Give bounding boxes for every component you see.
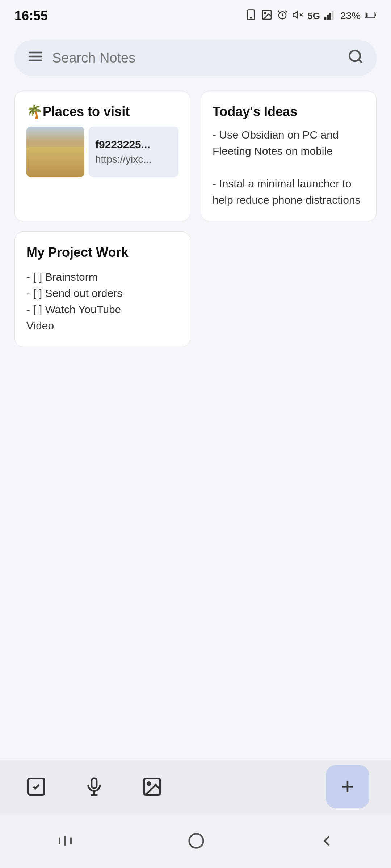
svg-rect-14 [375, 13, 376, 16]
places-link-info: f9223225... https://yixc... [89, 127, 178, 177]
svg-point-1 [251, 17, 252, 18]
new-task-button[interactable] [22, 772, 51, 801]
notes-grid: 🌴Places to visit f9223225... https://yix… [0, 84, 391, 354]
alarm-icon [277, 9, 288, 23]
note-title-project: My Project Work [26, 245, 178, 260]
svg-rect-15 [366, 12, 368, 17]
note-card-places[interactable]: 🌴Places to visit f9223225... https://yix… [14, 91, 190, 221]
voice-button[interactable] [80, 772, 109, 801]
svg-line-6 [286, 10, 287, 12]
svg-rect-10 [327, 15, 329, 20]
nav-bar [0, 814, 391, 868]
battery-icon [365, 10, 377, 22]
status-bar: 16:55 [0, 0, 391, 29]
desert-image [26, 127, 84, 177]
bottom-toolbar: + [0, 760, 391, 814]
note-title-ideas: Today's Ideas [213, 104, 365, 119]
mute-icon [292, 9, 303, 23]
svg-rect-30 [189, 834, 203, 848]
add-note-button[interactable]: + [326, 765, 369, 808]
places-thumbnail [26, 127, 84, 177]
link-url: https://yixc... [95, 154, 172, 165]
note-card-ideas[interactable]: Today's Ideas - Use Obsidian on PC and F… [201, 91, 377, 221]
5g-icon: 5G [307, 10, 320, 22]
note-card-project[interactable]: My Project Work - [ ] Brainstorm - [ ] S… [14, 231, 190, 347]
signal-icon [324, 10, 336, 22]
places-image-area: f9223225... https://yixc... [26, 127, 178, 177]
image-status-icon [261, 9, 273, 23]
add-icon: + [341, 775, 354, 798]
menu-icon[interactable] [28, 48, 43, 68]
home-button[interactable] [187, 831, 206, 850]
note-body-ideas: - Use Obsidian on PC and Fleeting Notes … [213, 127, 365, 208]
back-button[interactable] [319, 833, 335, 849]
search-bar[interactable] [14, 40, 377, 76]
search-container [0, 29, 391, 84]
svg-rect-12 [332, 11, 333, 20]
svg-rect-9 [324, 17, 326, 20]
battery-percent: 23% [340, 10, 361, 22]
tablet-icon [245, 9, 257, 23]
note-title-places: 🌴Places to visit [26, 104, 178, 119]
svg-point-26 [148, 782, 151, 785]
note-body-project: - [ ] Brainstorm - [ ] Send out orders -… [26, 269, 178, 334]
recent-apps-button[interactable] [56, 834, 74, 848]
status-time: 16:55 [14, 8, 48, 24]
svg-rect-22 [92, 778, 97, 788]
svg-line-20 [359, 60, 362, 63]
status-icons: 5G 23% [245, 9, 377, 23]
search-icon[interactable] [348, 48, 363, 68]
search-input[interactable] [52, 50, 339, 66]
link-hash: f9223225... [95, 139, 172, 151]
svg-line-5 [278, 10, 279, 12]
svg-point-3 [265, 12, 266, 14]
svg-rect-11 [329, 13, 331, 20]
image-button[interactable] [138, 772, 167, 801]
